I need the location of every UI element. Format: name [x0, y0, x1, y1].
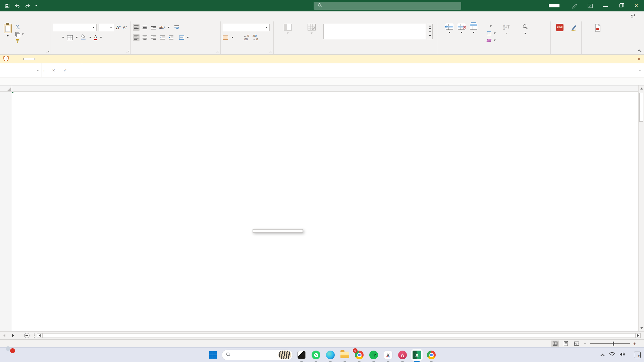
collapse-ribbon-icon[interactable]	[638, 49, 641, 53]
fill-button[interactable]: ↓	[487, 30, 496, 36]
sign-in-button[interactable]	[549, 4, 559, 7]
increase-decimal-icon[interactable]: ←.0.00	[244, 34, 249, 41]
name-box[interactable]	[0, 63, 42, 77]
copy-button[interactable]	[15, 31, 24, 37]
redo-button[interactable]	[25, 3, 31, 8]
increase-indent-icon[interactable]	[168, 34, 174, 41]
decrease-indent-icon[interactable]	[159, 34, 166, 41]
accounting-format-dropdown[interactable]	[231, 37, 233, 38]
borders-icon[interactable]	[67, 35, 73, 40]
warning-close-icon[interactable]: ×	[638, 56, 641, 62]
insert-cells-button[interactable]	[444, 23, 455, 34]
name-box-dropdown[interactable]	[37, 70, 39, 71]
horizontal-scroll-thumb[interactable]	[42, 333, 635, 338]
accounting-format-icon[interactable]	[223, 36, 228, 40]
number-format-combo[interactable]	[223, 24, 270, 31]
tray-expand-icon[interactable]	[600, 354, 605, 358]
orientation-icon[interactable]: ab	[159, 25, 166, 29]
decrease-font-icon[interactable]: A˅	[123, 25, 127, 30]
enable-content-button[interactable]	[23, 58, 35, 60]
chrome-icon-2[interactable]	[426, 349, 437, 361]
borders-dropdown[interactable]	[76, 37, 78, 38]
app-icon-monochrome[interactable]	[296, 349, 307, 361]
font-dialog-launcher[interactable]	[126, 50, 129, 53]
file-explorer-icon[interactable]	[339, 349, 351, 361]
snipping-tool-icon[interactable]	[382, 349, 394, 361]
bottom-align-icon[interactable]	[150, 24, 157, 31]
tab-scroll-left-icon[interactable]	[0, 331, 9, 339]
acrobat-create-pdf-button[interactable]	[588, 23, 607, 35]
hscroll-left-icon[interactable]	[37, 333, 42, 338]
share-button[interactable]	[631, 11, 644, 21]
tab-bar-splitter[interactable]	[34, 333, 35, 338]
paste-button[interactable]	[2, 23, 13, 44]
middle-align-icon[interactable]	[142, 24, 148, 31]
fill-color-icon[interactable]	[81, 34, 86, 41]
cancel-icon[interactable]: ×	[52, 68, 55, 73]
minimize-button[interactable]: —	[598, 0, 613, 11]
page-break-view-icon[interactable]	[573, 341, 580, 347]
pen-mode-icon[interactable]	[567, 0, 582, 11]
close-button[interactable]: ×	[629, 0, 644, 11]
vertical-scrollbar[interactable]	[638, 85, 644, 331]
wps-create-pdf-button[interactable]: PDF	[553, 23, 567, 34]
clipboard-dialog-launcher[interactable]	[46, 50, 49, 53]
whatsapp-icon[interactable]	[310, 349, 322, 361]
active-cell-selection[interactable]	[12, 92, 13, 93]
fill-color-dropdown[interactable]	[89, 37, 91, 38]
chrome-icon[interactable]: 0	[354, 349, 365, 361]
restore-button[interactable]	[613, 0, 629, 11]
vertical-scroll-thumb[interactable]	[639, 93, 643, 122]
scroll-up-icon[interactable]	[640, 87, 643, 89]
orientation-dropdown[interactable]	[168, 27, 170, 28]
taskbar-search-box[interactable]	[222, 350, 293, 360]
scroll-down-icon[interactable]	[640, 327, 643, 329]
more-sheets-indicator[interactable]	[17, 331, 21, 339]
data-table[interactable]	[12, 129, 12, 129]
excel-taskbar-icon[interactable]: X	[411, 349, 423, 361]
autosum-button[interactable]	[487, 23, 496, 29]
format-cells-button[interactable]	[468, 23, 479, 34]
increase-font-icon[interactable]: A˄	[116, 25, 121, 30]
tray-pen-icon[interactable]: z	[634, 352, 641, 358]
formula-bar-expand-icon[interactable]	[636, 63, 644, 77]
merge-center-button[interactable]	[179, 35, 189, 41]
zoom-slider-thumb[interactable]	[613, 342, 614, 346]
new-sheet-button[interactable]	[24, 333, 30, 338]
align-left-icon[interactable]	[133, 34, 140, 41]
styles-gallery-scroll[interactable]	[427, 24, 433, 39]
normal-view-icon[interactable]	[551, 341, 559, 347]
font-color-icon[interactable]: A	[94, 35, 97, 40]
app-icon-a[interactable]: A	[397, 349, 408, 361]
volume-icon[interactable]	[620, 352, 625, 358]
ribbon-search-box[interactable]	[314, 2, 461, 10]
zoom-out-icon[interactable]: −	[584, 341, 586, 346]
formula-input[interactable]	[82, 63, 636, 77]
find-select-button[interactable]	[517, 23, 533, 43]
spotify-icon[interactable]	[368, 349, 379, 361]
save-icon[interactable]	[5, 3, 10, 8]
tab-scroll-right-icon[interactable]	[9, 331, 17, 339]
format-painter-button[interactable]	[15, 38, 24, 44]
underline-dropdown[interactable]	[62, 37, 64, 38]
align-center-icon[interactable]	[142, 34, 148, 41]
cut-button[interactable]	[15, 24, 24, 30]
wrap-text-button[interactable]	[174, 24, 180, 31]
zoom-in-icon[interactable]: +	[633, 341, 636, 346]
font-size-combo[interactable]	[99, 24, 114, 31]
wifi-icon[interactable]	[609, 352, 615, 358]
font-name-combo[interactable]	[53, 24, 97, 31]
top-align-icon[interactable]	[133, 24, 140, 31]
customize-qat-icon[interactable]	[35, 5, 37, 6]
zoom-slider[interactable]	[590, 343, 630, 344]
alignment-dialog-launcher[interactable]	[216, 50, 219, 53]
hscroll-right-icon[interactable]	[635, 333, 641, 338]
clear-button[interactable]	[487, 37, 496, 43]
sheet-grid[interactable]	[12, 92, 638, 331]
number-dialog-launcher[interactable]	[269, 50, 272, 53]
wps-sign-button[interactable]	[568, 23, 579, 34]
edge-icon[interactable]	[325, 349, 336, 361]
decrease-decimal-icon[interactable]: .00→.0	[253, 34, 258, 41]
undo-button[interactable]	[14, 3, 20, 8]
start-button[interactable]	[207, 349, 219, 361]
